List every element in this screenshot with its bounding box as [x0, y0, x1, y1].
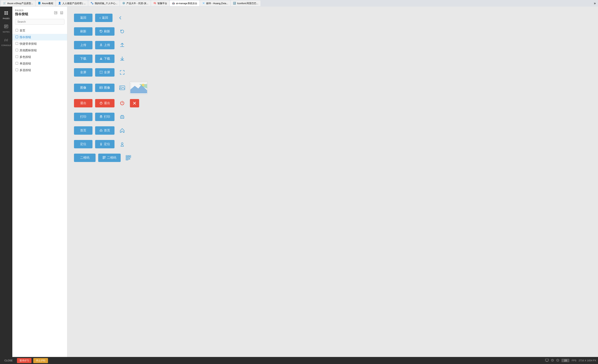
app-container: PAGES NOTES (x) CONSOLE [0, 7, 598, 357]
home-plain-button[interactable]: 首页 [74, 126, 92, 135]
image-box-button[interactable] [130, 81, 148, 94]
refresh-icon-only-button[interactable] [117, 27, 127, 36]
tab-axure-tutorial[interactable]: 📘 Axure教程 [36, 0, 56, 6]
notes-label: NOTES [3, 31, 9, 33]
tab-pm[interactable]: 👤 人人都是产品经理 | ... [56, 0, 88, 6]
refresh-plain-button[interactable]: 刷新 [74, 27, 92, 36]
back-icon-text-button[interactable]: ‹ 返回 [95, 14, 113, 22]
svg-rect-37 [103, 158, 104, 158]
tree-label-shortcut: 快捷登录按钮 [20, 42, 64, 46]
tree-item-multi-select[interactable]: 多选按钮 [12, 67, 67, 73]
fullscreen-icon-only-button[interactable] [117, 68, 127, 77]
fullscreen-plain-button[interactable]: 全屏 [74, 68, 92, 77]
pages-section-label: PAGES [15, 9, 28, 12]
download-plain-button[interactable]: 下载 [74, 55, 92, 63]
pages-tree: 首页 指令按钮 快捷登录按钮 [12, 26, 67, 357]
tab-favicon-1: 🛒 [3, 2, 6, 5]
refresh-icon [100, 30, 103, 33]
location-icon-only-button[interactable] [117, 139, 127, 149]
back-chevron-icon: ‹ [100, 16, 101, 20]
tab-zhinao[interactable]: 🧠 智脑平台 [151, 0, 169, 6]
location-icon-text-button[interactable]: 定位 [95, 140, 115, 148]
print-icon-only-button[interactable] [117, 112, 127, 121]
monitor-icon [545, 359, 549, 362]
tab-experience[interactable]: 🐾 我的经验_个人中心... [88, 0, 120, 6]
qrcode-icon-text-button[interactable]: 二维码 [98, 154, 121, 162]
exit-x-button[interactable] [130, 99, 139, 107]
pages-current-page: 指令按钮 [15, 12, 28, 16]
upload-icon-only-button[interactable] [117, 40, 127, 50]
tree-icon-shortcut [16, 42, 18, 46]
search-input[interactable] [15, 19, 65, 25]
tab-email[interactable]: 📧 邮件 - Huang,Zixia... [200, 0, 231, 6]
svg-point-30 [100, 143, 102, 144]
download-icon-text-button[interactable]: 下载 [95, 55, 115, 63]
location-plain-button[interactable]: 定位 [74, 140, 92, 148]
svg-rect-13 [16, 42, 18, 45]
tree-item-home[interactable]: 首页 [12, 27, 67, 34]
download-icon-only-button[interactable] [117, 54, 127, 63]
refresh-icon-text-button[interactable]: 刷新 [95, 27, 115, 36]
tab-product[interactable]: ⚙️ 产品大牛 - 托管-演... [120, 0, 151, 6]
image-icon-only-button[interactable] [117, 83, 127, 92]
svg-rect-51 [129, 159, 130, 160]
qrcode-icon-only-button[interactable] [123, 153, 133, 162]
svg-point-21 [120, 87, 121, 87]
svg-point-23 [142, 84, 144, 86]
stop-button[interactable]: 暂停(F7) [17, 358, 32, 363]
upload-icon-text-button[interactable]: 上传 [95, 41, 115, 49]
image-icon-text-button[interactable]: 图像 [95, 84, 115, 92]
fps-input[interactable] [561, 359, 569, 362]
notes-icon [4, 24, 8, 30]
exit-icon-only-button[interactable] [117, 99, 127, 108]
svg-rect-41 [105, 158, 105, 159]
upload-plain-button[interactable]: 上传 [74, 41, 92, 49]
row-location: 定位 定位 [74, 139, 591, 149]
exit-icon-text-button[interactable]: 退出 [95, 99, 115, 107]
coordinates-display: 2716 X 1654 PX [579, 359, 596, 362]
tree-icon-multi-select [16, 68, 18, 72]
qrcode-plain-button[interactable]: 二维码 [74, 154, 96, 162]
close-button[interactable]: CLOSE [2, 358, 15, 363]
print-icon-text-button[interactable]: 打印 [95, 113, 115, 121]
pages-add-button[interactable] [59, 10, 65, 16]
row-home: 首页 首页 [74, 126, 591, 135]
sidebar-item-notes[interactable]: NOTES [1, 22, 12, 35]
qrcode-icon [103, 156, 106, 160]
print-plain-button[interactable]: 打印 [74, 113, 92, 121]
row-print: 打印 打印 [74, 112, 591, 121]
pages-export-button[interactable] [53, 10, 58, 16]
tree-item-shortcut[interactable]: 快捷登录按钮 [12, 40, 67, 47]
sidebar-item-pages[interactable]: PAGES [1, 8, 12, 22]
row-qrcode: 二维码 二维码 [74, 153, 591, 162]
tree-item-cmd-btn[interactable]: 指令按钮 [12, 34, 67, 40]
tab-favicon-4: 🐾 [91, 2, 94, 5]
tab-favicon-7: 🤖 [172, 2, 175, 5]
console-icon: (x) [4, 37, 8, 43]
tab-ai-manage[interactable]: 🤖 ai-manage系统后台 [170, 0, 199, 6]
svg-rect-47 [127, 159, 128, 160]
home-icon-text-button[interactable]: 首页 [95, 126, 115, 135]
row-refresh: 刷新 刷新 [74, 27, 591, 36]
back-plain-button[interactable]: 返回 [74, 14, 92, 22]
image-plain-button[interactable]: 图像 [74, 84, 92, 92]
tree-item-multi-color[interactable]: 多色按钮 [12, 54, 67, 60]
sidebar-item-console[interactable]: (x) CONSOLE [1, 35, 12, 49]
location-icon [100, 142, 103, 146]
tab-iconfont[interactable]: 🔠 Iconfont-阿里巴巴... [231, 0, 260, 6]
tab-favicon-6: 🧠 [153, 2, 156, 5]
tab-axure-eshop[interactable]: 🛒 Axure eShop产品原型... [1, 0, 35, 6]
more-tabs-button[interactable]: » [592, 1, 597, 5]
fullscreen-icon [100, 71, 103, 74]
svg-text:(x): (x) [4, 38, 8, 42]
tree-item-other-icon[interactable]: 其他图标按钮 [12, 47, 67, 54]
exit-plain-button[interactable]: 退出 [74, 99, 92, 107]
home-icon-only-button[interactable] [117, 126, 127, 135]
tree-item-single-select[interactable]: 单选按钮 [12, 60, 67, 67]
back-icon-only-button[interactable] [115, 13, 125, 23]
fullscreen-icon-text-button[interactable]: 全屏 [95, 68, 115, 77]
clock-icon [556, 359, 559, 362]
sidebar-icons: PAGES NOTES (x) CONSOLE [0, 7, 12, 357]
refresh-status-icon [551, 359, 554, 362]
pause-button[interactable]: 停止(F8) [33, 358, 48, 363]
